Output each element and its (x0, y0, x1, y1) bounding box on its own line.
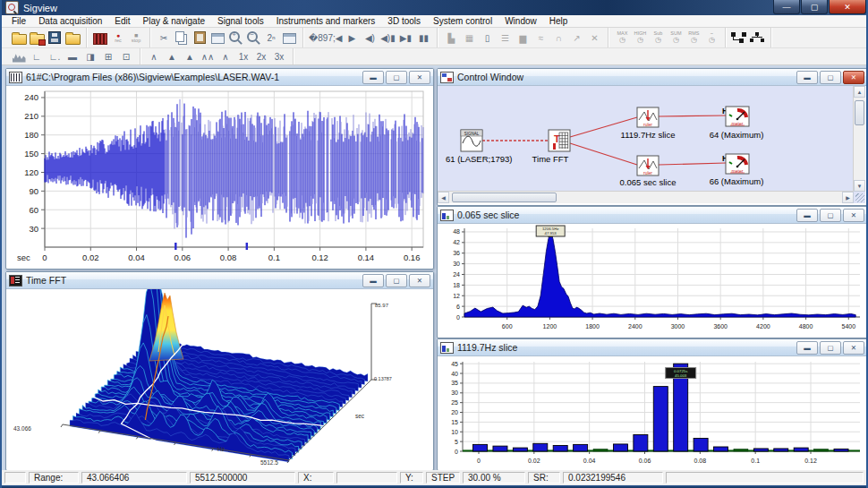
control-window-icon[interactable] (731, 30, 747, 46)
menu-item-file[interactable]: File (5, 15, 32, 27)
wave-close-button[interactable]: ✕ (409, 71, 430, 84)
peak-dotted-icon[interactable]: ∧ (217, 49, 234, 64)
peaks-double-icon[interactable]: ∧∧ (200, 49, 216, 64)
route-icon[interactable]: ↗ (568, 30, 584, 46)
smoothing-icon[interactable]: ≈ (532, 30, 549, 46)
open-workspace-icon[interactable] (64, 30, 81, 46)
scale-1x-icon[interactable]: 1x (235, 49, 251, 64)
peak-small-icon[interactable]: ▲ (164, 49, 180, 64)
open-recent-icon[interactable] (29, 30, 45, 46)
wave-maximize-button[interactable]: ▢ (386, 71, 407, 84)
scroll-right-arrow[interactable]: ▶ (842, 192, 854, 203)
pause-icon[interactable]: ▮▮ (415, 30, 431, 46)
peak-thin-icon[interactable]: ∧ (146, 49, 162, 64)
wave-meter-icon[interactable]: ~◷ (703, 30, 719, 46)
expand-icon[interactable]: ⊞ (100, 49, 116, 64)
calculator-icon[interactable]: ▯ (479, 30, 495, 46)
spectrogram-icon[interactable]: ▦ (461, 30, 477, 46)
axes-ticks-icon[interactable]: ∟. (47, 49, 63, 64)
control-maximize-button[interactable]: ▢ (820, 71, 841, 84)
wave-window-titlebar[interactable]: 61#C:\Program Files (x86)\Sigview\Exampl… (6, 69, 433, 86)
slice065-close-button[interactable]: ✕ (843, 209, 864, 222)
menu-item-play-navigate[interactable]: Play & navigate (137, 15, 212, 27)
skip-start-icon[interactable]: �897;◀ (309, 30, 342, 46)
slice1119-close-button[interactable]: ✕ (843, 341, 864, 355)
flat-view-icon[interactable]: ▬ (64, 49, 81, 64)
scroll-up-arrow[interactable]: ▲ (854, 86, 865, 98)
max-meter-icon[interactable]: MAX◷ (614, 30, 630, 46)
high-meter-icon[interactable]: HIGH◷ (632, 30, 648, 46)
wave-minimize-button[interactable]: ▬ (362, 71, 384, 84)
stop-icon[interactable]: ■stop (128, 30, 144, 46)
vertical-scroll-thumb[interactable] (855, 100, 864, 125)
record-icon[interactable]: ●rec (110, 30, 126, 46)
menu-item-signal-tools[interactable]: Signal tools (211, 15, 270, 27)
scale-3x-icon[interactable]: 3x (271, 49, 287, 64)
control-window-titlebar[interactable]: Control Window ▬ ▢ ✕ (438, 69, 867, 86)
new-signal-icon[interactable] (92, 30, 108, 46)
rms-meter-icon[interactable]: RMS◷ (685, 30, 702, 46)
slice-065-plot: 0612182430364248600120018002400300036004… (438, 224, 865, 337)
scale-2x-icon[interactable]: 2x (253, 49, 269, 64)
svg-text:0.02: 0.02 (528, 458, 540, 464)
zoom-in-icon[interactable]: + (227, 30, 243, 46)
sub-meter-icon[interactable]: Sub◷ (650, 30, 666, 46)
axes-icon[interactable]: ∟ (29, 49, 45, 64)
control-minimize-button[interactable]: ▬ (796, 71, 818, 84)
slice1119-minimize-button[interactable]: ▬ (796, 341, 818, 355)
save-icon[interactable] (47, 30, 63, 46)
play-icon[interactable]: ▶ (344, 30, 360, 46)
minimize-button[interactable]: — (773, 0, 800, 14)
paste-special-icon[interactable] (209, 30, 226, 46)
half-view-icon[interactable]: ◨ (82, 49, 98, 64)
fft-minimize-button[interactable]: ▬ (362, 274, 384, 287)
open-file-icon[interactable] (11, 30, 27, 46)
play-sound-icon[interactable]: ◀) (362, 30, 378, 46)
slice065-minimize-button[interactable]: ▬ (796, 209, 818, 222)
maximize-button[interactable]: ▢ (801, 0, 828, 14)
zoom-out-icon[interactable]: − (245, 30, 261, 46)
properties-icon[interactable] (281, 30, 297, 46)
peak-large-icon[interactable]: ▲ (182, 49, 198, 64)
fft-icon[interactable]: ▙ (443, 30, 459, 46)
sonogram-icon[interactable]: ▆ (515, 30, 531, 46)
menu-item-window[interactable]: Window (498, 15, 543, 27)
sum-meter-icon[interactable]: SUM◷ (668, 30, 684, 46)
filter-icon[interactable]: ☰ (497, 30, 513, 46)
status-0-0232199546: 0.0232199546 (563, 472, 663, 484)
shrink-icon[interactable]: ⊡ (118, 49, 134, 64)
skip-end-icon[interactable]: ▶▮ (397, 30, 413, 46)
close-button[interactable]: ✕ (829, 0, 866, 14)
play-sound-loop-icon[interactable]: ◀)▮ (379, 30, 396, 46)
control-close-button[interactable]: ✕ (843, 71, 864, 84)
timefft-titlebar[interactable]: Time FFT ▬ ▢ ✕ (6, 272, 433, 289)
scroll-left-arrow[interactable]: ◀ (438, 192, 449, 203)
fft-maximize-button[interactable]: ▢ (386, 274, 407, 287)
slice-1119-title: 1119.7Hz slice (457, 342, 796, 353)
power2-icon[interactable]: 2ⁿ (263, 30, 279, 46)
copy-icon[interactable] (174, 30, 190, 46)
scroll-down-arrow[interactable]: ▼ (854, 180, 865, 192)
spectro-view-icon[interactable] (11, 49, 27, 64)
slice065-maximize-button[interactable]: ▢ (820, 209, 841, 222)
menu-item-system-control[interactable]: System control (427, 15, 498, 27)
control-vertical-scrollbar[interactable]: ▲ ▼ (853, 86, 865, 192)
slice1119-maximize-button[interactable]: ▢ (820, 341, 841, 355)
slice-065-titlebar[interactable]: 0.065 sec slice ▬ ▢ ✕ (438, 207, 867, 224)
cut-icon[interactable]: ✂ (156, 30, 172, 46)
tools-icon[interactable]: ✕ (586, 30, 602, 46)
horizontal-scroll-thumb[interactable] (452, 193, 557, 202)
menu-item-instruments-and-markers[interactable]: Instruments and markers (270, 15, 382, 27)
menu-item-edit[interactable]: Edit (108, 15, 136, 27)
menu-item-3d-tools[interactable]: 3D tools (381, 15, 427, 27)
resize-grip[interactable] (855, 193, 864, 202)
svg-text:0.04: 0.04 (583, 458, 596, 464)
slice-1119-titlebar[interactable]: 1119.7Hz slice ▬ ▢ ✕ (438, 339, 867, 356)
menu-item-data-acquisition[interactable]: Data acquisition (32, 15, 108, 27)
control-horizontal-scrollbar[interactable]: ◀ ▶ (438, 191, 854, 203)
paste-icon[interactable] (191, 30, 208, 46)
envelope-icon[interactable]: ∩ (550, 30, 566, 46)
fft-close-button[interactable]: ✕ (409, 274, 430, 287)
menu-item-help[interactable]: Help (543, 15, 574, 27)
block-diagram-icon[interactable] (749, 30, 765, 46)
